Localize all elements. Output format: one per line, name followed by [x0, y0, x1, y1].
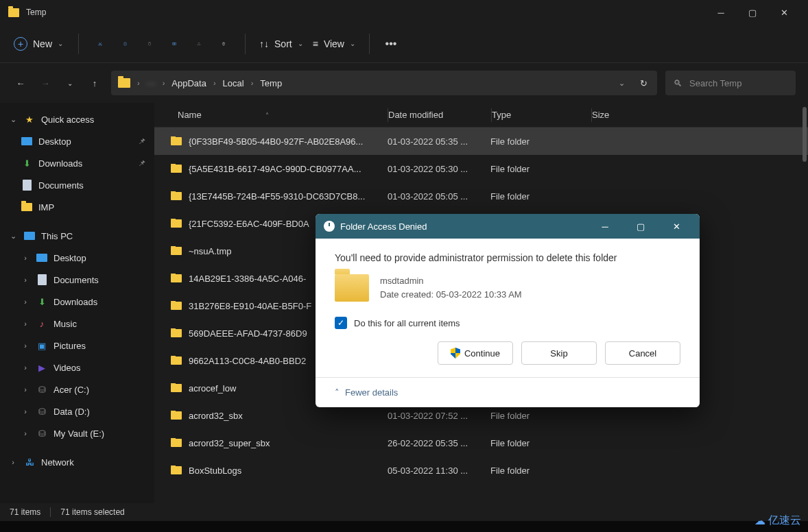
- file-name: ~nsuA.tmp: [189, 246, 232, 256]
- forward-button[interactable]: →: [37, 75, 54, 91]
- breadcrumb-temp[interactable]: Temp: [257, 78, 285, 88]
- close-button[interactable]: ✕: [768, 0, 800, 25]
- folder-icon: [118, 78, 130, 88]
- document-icon: [23, 180, 32, 191]
- chevron-right-icon: ›: [137, 79, 140, 87]
- sidebar-item-downloads[interactable]: ⬇Downloads📌︎: [0, 152, 154, 174]
- more-button[interactable]: •••: [383, 36, 399, 51]
- up-button[interactable]: ↑: [86, 75, 103, 91]
- column-type[interactable]: Type: [492, 110, 591, 120]
- back-button[interactable]: ←: [12, 75, 29, 91]
- file-date: 01-03-2022 05:30 ...: [388, 164, 490, 174]
- file-name: 569DAEEE-AFAD-4737-86D9: [189, 328, 307, 339]
- network-icon: 🖧︎: [23, 457, 36, 468]
- folder-icon: [171, 329, 182, 337]
- dialog-checkbox-row[interactable]: ✓ Do this for all current items: [335, 317, 680, 329]
- sidebar-item-label: Documents: [54, 275, 99, 285]
- folder-icon: [21, 203, 32, 211]
- sidebar-item-documents[interactable]: Documents: [0, 174, 154, 196]
- table-row[interactable]: acrord32_super_sbx26-02-2022 05:35 ...Fi…: [154, 429, 808, 457]
- sidebar-item-videos[interactable]: ›▶Videos: [0, 356, 154, 378]
- sidebar-item-music[interactable]: ›♪Music: [0, 313, 154, 335]
- chevron-right-icon: ›: [21, 385, 30, 394]
- sidebar-item-pictures[interactable]: ›▣Pictures: [0, 335, 154, 356]
- sidebar-item-documents[interactable]: ›Documents: [0, 269, 154, 291]
- download-icon: ⬇: [36, 296, 48, 307]
- sidebar-network[interactable]: › 🖧︎ Network: [0, 451, 154, 473]
- breadcrumb-redacted[interactable]: —: [144, 78, 158, 88]
- folder-icon: [171, 165, 182, 173]
- view-button[interactable]: ≡ View ⌄: [313, 38, 355, 49]
- sidebar-item-desktop[interactable]: ›Desktop: [0, 247, 154, 269]
- dialog-date-created: Date created: 05-03-2022 10:33 AM: [380, 288, 522, 302]
- sidebar-quick-access[interactable]: ⌄ ★ Quick access: [0, 108, 154, 130]
- sidebar-item-drive-c[interactable]: ›⛁Acer (C:): [0, 378, 154, 400]
- column-name[interactable]: Name ˄: [168, 110, 388, 120]
- sidebar-label: Network: [41, 457, 74, 468]
- dialog-fewer-details[interactable]: ˄ Fewer details: [316, 377, 700, 407]
- new-button[interactable]: + New ⌄: [12, 34, 64, 53]
- folder-icon: [171, 274, 182, 282]
- chevron-right-icon: ›: [163, 79, 165, 87]
- cut-icon[interactable]: [93, 36, 108, 51]
- clock-icon: [324, 221, 335, 232]
- checkbox-checked-icon[interactable]: ✓: [335, 317, 347, 329]
- sidebar-item-label: Music: [54, 319, 77, 329]
- continue-button[interactable]: Continue: [438, 341, 513, 365]
- chevron-down-icon[interactable]: ⌄: [619, 79, 625, 88]
- sort-button[interactable]: ↑↓ Sort ⌄: [259, 38, 303, 49]
- sidebar-item-imp[interactable]: IMP: [0, 196, 154, 218]
- cancel-button[interactable]: Cancel: [605, 341, 680, 365]
- dialog-minimize-button[interactable]: ─: [590, 214, 620, 239]
- folder-icon: [171, 466, 182, 474]
- refresh-button[interactable]: ↻: [640, 78, 647, 88]
- paste-icon[interactable]: [142, 36, 157, 51]
- sidebar-item-desktop[interactable]: Desktop📌︎: [0, 130, 154, 152]
- chevron-right-icon: ›: [21, 341, 30, 350]
- recent-button[interactable]: ⌄: [62, 75, 78, 91]
- rename-icon[interactable]: [167, 36, 182, 51]
- table-row[interactable]: {0F33BF49-5B05-44B0-927F-AB02E8A96...01-…: [154, 128, 808, 155]
- sidebar-item-label: Downloads: [38, 158, 82, 169]
- sidebar-item-label: Videos: [54, 363, 81, 373]
- sidebar-this-pc[interactable]: ⌄ This PC: [0, 225, 154, 247]
- chevron-right-icon: ›: [21, 363, 30, 372]
- maximize-button[interactable]: ▢: [737, 0, 768, 25]
- table-row[interactable]: BoxStubLogs05-03-2022 11:30 ...File fold…: [154, 457, 808, 484]
- drive-icon: ⛁: [36, 384, 48, 395]
- scrollbar[interactable]: [803, 107, 807, 162]
- sidebar-item-downloads[interactable]: ›⬇Downloads: [0, 291, 154, 313]
- sidebar-item-drive-e[interactable]: ›⛁My Vault (E:): [0, 422, 154, 444]
- search-input[interactable]: 🔍︎ Search Temp: [665, 71, 796, 95]
- breadcrumb-local[interactable]: Local: [220, 78, 247, 88]
- copy-icon[interactable]: [117, 36, 132, 51]
- file-date: 01-03-2022 05:35 ...: [388, 136, 490, 147]
- share-icon[interactable]: [191, 36, 206, 51]
- folder-icon: [171, 356, 182, 365]
- dialog-maximize-button[interactable]: ▢: [626, 214, 656, 239]
- sidebar-item-label: My Vault (E:): [54, 428, 104, 439]
- star-icon: ★: [23, 114, 36, 125]
- chevron-down-icon: ⌄: [58, 40, 63, 47]
- toolbar: + New ⌄ ↑↓ Sort ⌄ ≡ View ⌄ •••: [0, 25, 808, 63]
- drive-icon: ⛁: [36, 428, 48, 439]
- file-name: {13E7445B-724B-4F55-9310-DC63D7CB8...: [189, 191, 365, 202]
- minimize-button[interactable]: ─: [705, 0, 737, 25]
- file-type: File folder: [490, 164, 590, 174]
- table-row[interactable]: {5A5E431B-6617-49AC-990D-CB0977AA...01-0…: [154, 155, 808, 182]
- search-placeholder: Search Temp: [689, 78, 741, 88]
- breadcrumb-appdata[interactable]: AppData: [169, 78, 209, 88]
- delete-icon[interactable]: [216, 36, 231, 51]
- sidebar: ⌄ ★ Quick access Desktop📌︎ ⬇Downloads📌︎ …: [0, 103, 154, 503]
- file-name: {21FC5392-E6AC-409F-BD0A: [189, 219, 309, 229]
- column-size[interactable]: Size: [592, 110, 647, 120]
- address-bar[interactable]: › — › AppData › Local › Temp ⌄ ↻: [111, 71, 657, 95]
- sidebar-item-drive-d[interactable]: ›⛁Data (D:): [0, 400, 154, 422]
- dialog-close-button[interactable]: ✕: [661, 214, 691, 239]
- drive-icon: ⛁: [36, 406, 48, 417]
- desktop-icon: [36, 254, 47, 262]
- skip-button[interactable]: Skip: [521, 341, 597, 365]
- table-row[interactable]: {13E7445B-724B-4F55-9310-DC63D7CB8...01-…: [154, 182, 808, 210]
- column-date[interactable]: Date modified: [388, 110, 491, 120]
- dialog-message: You'll need to provide administrator per…: [335, 252, 680, 263]
